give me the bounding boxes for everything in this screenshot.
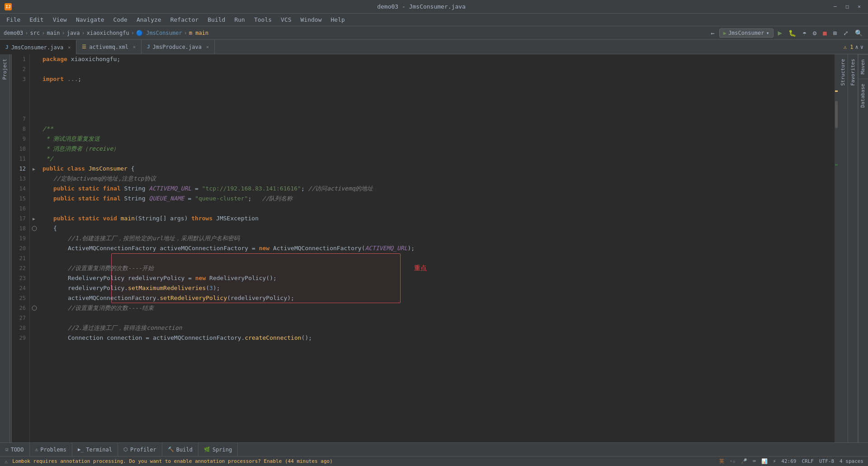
tab-jmsproduce[interactable]: J JmsProduce.java ✕ — [142, 40, 215, 54]
warning-badge: ⚠ 1 — [844, 44, 854, 50]
layout-button[interactable]: ⊞ — [831, 29, 839, 38]
code-line-28: //2.通过连接工厂，获得连接connection — [42, 323, 835, 333]
close-button[interactable]: ✕ — [855, 3, 863, 10]
breadcrumb-main[interactable]: main — [47, 30, 60, 36]
tab-todo[interactable]: ☑ TODO — [0, 443, 30, 456]
tab-jmsconsumer[interactable]: J JmsConsumer.java ✕ — [0, 40, 76, 54]
search-button[interactable]: 🔍 — [853, 29, 864, 38]
profile-button[interactable]: ⚙ — [811, 29, 818, 38]
gutter-24 — [30, 283, 39, 293]
code-line-16 — [42, 204, 835, 214]
menu-edit[interactable]: Edit — [25, 14, 48, 25]
gutter-20 — [30, 243, 39, 253]
tab-profiler[interactable]: ⬡ Profiler — [118, 443, 162, 456]
code-line-14: public static final String ACTIVEMQ_URL … — [42, 184, 835, 194]
breadcrumb-xiaoxichongfu[interactable]: xiaoxichongfu — [87, 30, 129, 36]
scrollbar-thumb[interactable] — [835, 101, 838, 128]
menu-run[interactable]: Run — [230, 14, 249, 25]
status-crlf[interactable]: CRLF — [802, 458, 814, 464]
gutter-16 — [30, 204, 39, 214]
build-icon: 🔨 — [168, 447, 174, 452]
maximize-button[interactable]: □ — [843, 3, 852, 10]
tab-build[interactable]: 🔨 Build — [162, 443, 198, 456]
menu-vcs[interactable]: VCS — [276, 14, 296, 25]
tab-problems[interactable]: ⚠ Problems — [30, 443, 72, 456]
gutter-25 — [30, 293, 39, 303]
tab-activemq[interactable]: ☰ activemq.xml ✕ — [76, 40, 142, 54]
debug-button[interactable]: 🐛 — [787, 29, 798, 38]
menu-analyze[interactable]: Analyze — [132, 14, 166, 25]
fold-arrow-12[interactable]: ▶ — [33, 166, 35, 171]
menu-navigate[interactable]: Navigate — [71, 14, 109, 25]
gutter-29 — [30, 333, 39, 343]
favorites-label[interactable]: Favorites — [849, 54, 857, 90]
coverage-button[interactable]: ☂ — [801, 29, 808, 38]
structure-panel: Structure — [838, 54, 848, 442]
problems-icon: ⚠ — [35, 447, 38, 452]
warning-area: ⚠ 1 ∧ ∨ — [844, 44, 868, 50]
ln-11: 11 — [15, 154, 26, 164]
structure-label[interactable]: Structure — [839, 54, 847, 90]
warning-icon: ⚠ — [5, 458, 8, 465]
back-button[interactable]: ← — [709, 29, 716, 38]
tab-spring[interactable]: 🌿 Spring — [198, 443, 238, 456]
status-bar: ⚠ Lombok requires annotation processing.… — [0, 456, 868, 466]
menu-view[interactable]: View — [48, 14, 71, 25]
maven-panel-label[interactable]: Maven — [859, 54, 868, 79]
menu-help[interactable]: Help — [326, 14, 349, 25]
java-icon2: J — [147, 44, 150, 50]
todo-icon: ☑ — [5, 447, 9, 452]
menu-build[interactable]: Build — [203, 14, 230, 25]
tab-terminal[interactable]: ▶_ Terminal — [72, 443, 118, 456]
run-config-label: JmsConsumer — [728, 30, 764, 36]
gutter-14 — [30, 184, 39, 194]
breadcrumb-java[interactable]: java — [67, 30, 80, 36]
status-indent[interactable]: 4 spaces — [840, 458, 863, 464]
menu-tools[interactable]: Tools — [250, 14, 276, 25]
project-label[interactable]: Project — [0, 54, 9, 84]
code-line-blank3 — [42, 104, 835, 114]
warning-down[interactable]: ∨ — [860, 44, 863, 50]
gutter-22 — [30, 263, 39, 273]
menu-code[interactable]: Code — [109, 14, 132, 25]
code-area: 1 2 3 7 8 9 10 11 12 13 14 15 16 17 18 1… — [12, 54, 838, 442]
ln-8: 8 — [15, 124, 26, 134]
status-charset[interactable]: UTF-8 — [819, 458, 834, 464]
code-line-18: { — [42, 223, 835, 233]
problems-label: Problems — [40, 447, 66, 453]
vertical-scrollbar[interactable] — [835, 54, 838, 442]
database-panel-label[interactable]: Database — [859, 79, 868, 112]
expand-button[interactable]: ⤢ — [841, 29, 850, 38]
tab-close-jmsconsumer[interactable]: ✕ — [68, 45, 71, 50]
xml-icon: ☰ — [82, 44, 86, 50]
code-line-blank1 — [42, 84, 835, 94]
spring-icon: 🌿 — [204, 447, 210, 452]
tab-close-activemq[interactable]: ✕ — [133, 44, 136, 49]
stop-button[interactable]: ■ — [821, 29, 828, 38]
run-button[interactable]: ▶ — [776, 28, 784, 38]
spring-label: Spring — [212, 447, 232, 453]
breadcrumb-demo03[interactable]: demo03 — [4, 30, 23, 36]
java-icon: J — [5, 44, 9, 50]
gutter-21 — [30, 253, 39, 263]
favorites-panel: Favorites — [848, 54, 858, 442]
profiler-icon: ⬡ — [123, 447, 128, 452]
breadcrumb-class[interactable]: 🔵 JmsConsumer — [136, 30, 182, 36]
terminal-icon: ▶_ — [78, 447, 84, 452]
breadcrumb-src[interactable]: src — [30, 30, 40, 36]
code-lines[interactable]: 重点 package xiaoxichongfu; import ...; /*… — [39, 54, 835, 442]
ln-27: 27 — [15, 313, 26, 323]
menu-window[interactable]: Window — [296, 14, 326, 25]
code-line-24: redeliveryPolicy.setMaximumRedeliveries(… — [42, 283, 835, 293]
breadcrumb-method[interactable]: m main — [189, 30, 208, 36]
status-power: ⚡ — [773, 458, 776, 464]
ln-17: 17 — [15, 214, 26, 223]
menu-refactor[interactable]: Refactor — [166, 14, 203, 25]
warning-up[interactable]: ∧ — [855, 44, 859, 50]
run-config-selector[interactable]: ▶ JmsConsumer ▾ — [719, 29, 774, 38]
fold-arrow-17[interactable]: ▶ — [33, 216, 35, 221]
tab-close-jmsproduce[interactable]: ✕ — [206, 44, 209, 49]
ln-blank2 — [15, 94, 26, 104]
minimize-button[interactable]: ─ — [831, 3, 840, 10]
menu-file[interactable]: File — [2, 14, 25, 25]
